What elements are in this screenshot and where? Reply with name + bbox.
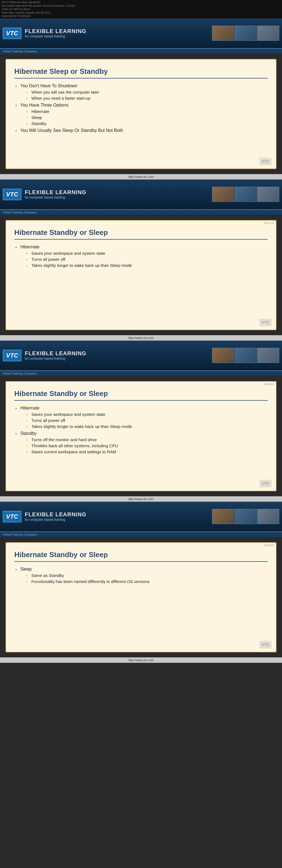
vtc-watermark-2: VTC [259, 319, 272, 326]
flexible-label-2: FLEXIBLE LEARNING [25, 189, 87, 195]
header-img-3 [257, 26, 279, 41]
list-item: When you will use the computer later [25, 90, 268, 94]
sub-list: Saves your workspace and system state Tu… [20, 251, 268, 268]
header-text-3: FLEXIBLE LEARNING for computer based tra… [25, 350, 87, 361]
header-left-1: VTC FLEXIBLE LEARNING for computer based… [0, 28, 212, 39]
url-bar-2: http://www.vtc.com [0, 174, 282, 180]
slide-title-2: Hibernate Standby or Sleep [14, 228, 268, 240]
list-item: Saves current workspace and settings to … [25, 450, 268, 454]
bullet-text: Turns all power off [31, 257, 65, 261]
header-images-2 [212, 187, 279, 202]
header-img-5 [234, 187, 257, 202]
company-label-1: Virtual Training Company [3, 50, 37, 53]
slide-1: Hibernate Sleep or Standby You Don't Hav… [5, 59, 277, 169]
header-images-1 [212, 26, 279, 41]
timestamp-2: 00:01:13 [264, 222, 274, 224]
bullet-list-2: Hibernate Saves your workspace and syste… [14, 245, 268, 268]
section-2: http://www.vtc.com VTC FLEXIBLE LEARNING… [0, 174, 282, 335]
slide-title-1: Hibernate Sleep or Standby [14, 67, 268, 79]
header-img-6 [257, 187, 279, 202]
bullet-list-1: You Don't Have To Shutdown When you will… [14, 84, 268, 133]
meta-audio: Audio out: 4900 Hz stereo [2, 7, 280, 11]
list-item: Standby Turns off the monitor and hard d… [14, 431, 268, 454]
bullet-text: Sleep [20, 567, 32, 571]
sub-list: When you will use the computer later Whe… [20, 90, 268, 100]
flexible-label-1: FLEXIBLE LEARNING [25, 28, 87, 34]
slide-content-4: Sleep Same as Standby Functionality has … [14, 567, 268, 584]
list-item: Sleep [25, 115, 268, 120]
timestamp-4: 00:04:53 [264, 544, 274, 547]
list-item: Hibernate Saves your workspace and syste… [14, 245, 268, 268]
bullet-text: You Will Usually See Sleep Or Standby Bu… [20, 128, 123, 133]
list-item: Turns off the monitor and hard drive [25, 437, 268, 442]
slide-wrapper-3: Hibernate Standby or Sleep Hibernate Sav… [0, 376, 282, 496]
sub-list: Hibernate Sleep Standby [20, 109, 268, 126]
bullet-text: Saves current workspace and settings to … [31, 450, 116, 454]
bullet-text: Throttles back all other systems, includ… [31, 443, 118, 448]
subtitle-label-4: for computer based training [25, 518, 87, 522]
sub-list: Saves your workspace and system state Tu… [20, 412, 268, 429]
header-img-7 [212, 348, 234, 363]
list-item: Takes slightly longer to wake back up th… [25, 424, 268, 429]
vtc-subbar-1: Virtual Training Company [0, 49, 282, 54]
bullet-text: You Don't Have To Shutdown [20, 84, 77, 88]
section-1: File of: Hibernate Sleep Standby.flv Siz… [0, 0, 282, 174]
list-item: Standby [25, 121, 268, 126]
header-text-1: FLEXIBLE LEARNING for computer based tra… [25, 28, 87, 38]
vtc-subbar-2: Virtual Training Company [0, 210, 282, 215]
bullet-text: Takes slightly longer to wake back up th… [31, 424, 132, 429]
url-text-2: http://www.vtc.com [128, 175, 154, 179]
slide-content-1: You Don't Have To Shutdown When you will… [14, 84, 268, 133]
slide-title-3: Hibernate Standby or Sleep [14, 390, 268, 401]
list-item: Sleep Same as Standby Functionality has … [14, 567, 268, 584]
slide-title-4: Hibernate Standby or Sleep [14, 551, 268, 562]
list-item: When you need a faster start-up [25, 96, 268, 100]
header-img-9 [257, 348, 279, 363]
sub-list: Same as Standby Functionality has been n… [20, 573, 268, 584]
bullet-text: Hibernate [20, 245, 39, 249]
vtc-logo-4: VTC [3, 511, 22, 522]
bullet-text: Same as Standby [31, 573, 64, 578]
subtitle-label-1: for computer based training [25, 34, 87, 38]
meta-file: File of: Hibernate Sleep Standby.flv [2, 1, 280, 4]
meta-size: Size project bytes (833 MB) duration: 00… [2, 4, 280, 8]
header-text-2: FLEXIBLE LEARNING for computer based tra… [25, 189, 87, 199]
bullet-list-3: Hibernate Saves your workspace and syste… [14, 406, 268, 454]
list-item: Takes slightly longer to wake back up th… [25, 263, 268, 268]
list-item: Hibernate [25, 109, 268, 114]
bullet-text: Hibernate [31, 109, 49, 114]
list-item: Hibernate Saves your workspace and syste… [14, 406, 268, 429]
list-item: Saves your workspace and system state [25, 251, 268, 255]
url-bar-4: http://www.vtc.com [0, 496, 282, 502]
vtc-watermark-1: VTC [259, 157, 272, 165]
url-text-3: http://www.vtc.com [128, 336, 154, 340]
bullet-text: Sleep [31, 115, 42, 120]
vtc-logo-2: VTC [3, 189, 22, 200]
slide-content-2: Hibernate Saves your workspace and syste… [14, 245, 268, 268]
flexible-label-3: FLEXIBLE LEARNING [25, 350, 87, 356]
bullet-text: Turns off the monitor and hard drive [31, 437, 97, 442]
vtc-watermark-3: VTC [259, 480, 272, 488]
header-img-12 [257, 509, 279, 524]
list-item: You Have Three Options Hibernate Sleep S… [14, 103, 268, 126]
url-text-4: http://www.vtc.com [128, 497, 154, 501]
header-img-11 [234, 509, 257, 524]
slide-wrapper-4: Hibernate Standby or Sleep Sleep Same as… [0, 537, 282, 657]
vtc-logo-1: VTC [3, 28, 22, 39]
header-left-2: VTC FLEXIBLE LEARNING for computer based… [0, 189, 212, 200]
section-3: http://www.vtc.com VTC FLEXIBLE LEARNING… [0, 335, 282, 496]
list-item: Throttles back all other systems, includ… [25, 443, 268, 448]
meta-generated: Generated by Thumbs2avi [2, 14, 280, 18]
meta-bar-1: File of: Hibernate Sleep Standby.flv Siz… [0, 0, 282, 19]
header-2: VTC FLEXIBLE LEARNING for computer based… [0, 180, 282, 210]
header-images-3 [212, 348, 279, 363]
bullet-list-4: Sleep Same as Standby Functionality has … [14, 567, 268, 584]
header-img-2 [234, 26, 257, 41]
bullet-text: Saves your workspace and system state [31, 251, 105, 255]
meta-video: Video Rate: variable output@ 1500 fps (C… [2, 11, 280, 14]
company-label-2: Virtual Training Company [3, 211, 37, 214]
bullet-text: Standby [20, 431, 37, 436]
list-item: Functionality has been named differently… [25, 579, 268, 584]
company-label-3: Virtual Training Company [3, 372, 37, 375]
header-1: VTC FLEXIBLE LEARNING for computer based… [0, 19, 282, 49]
